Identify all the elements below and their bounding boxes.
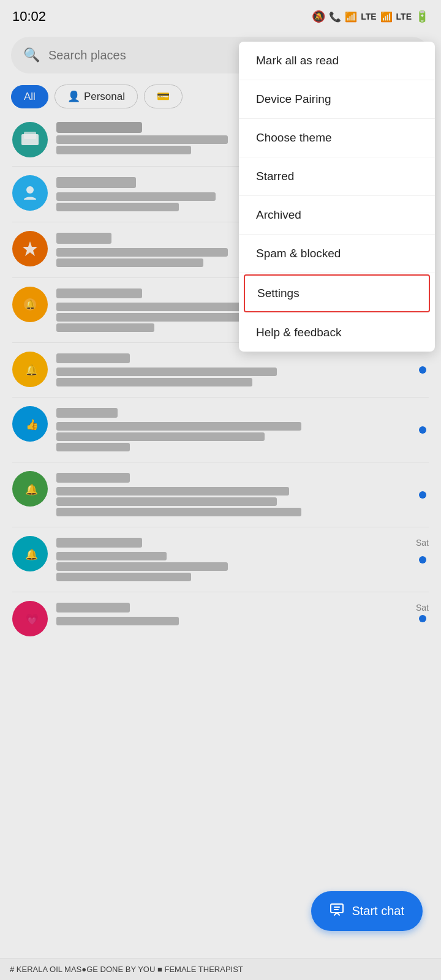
svg-rect-11 [331,904,343,913]
menu-item-choose-theme[interactable]: Choose theme [239,119,435,157]
menu-item-help-feedback[interactable]: Help & feedback [239,314,435,352]
start-chat-label: Start chat [352,904,404,918]
menu-item-device-pairing[interactable]: Device Pairing [239,80,435,119]
menu-item-archived[interactable]: Archived [239,196,435,235]
menu-item-mark-all-read[interactable]: Mark all as read [239,42,435,80]
menu-item-settings[interactable]: Settings [244,274,430,312]
menu-item-spam-blocked[interactable]: Spam & blocked [239,235,435,273]
start-chat-button[interactable]: Start chat [311,891,423,931]
menu-item-starred[interactable]: Starred [239,157,435,196]
dropdown-menu: Mark all as read Device Pairing Choose t… [239,42,435,352]
chat-icon [330,902,344,920]
